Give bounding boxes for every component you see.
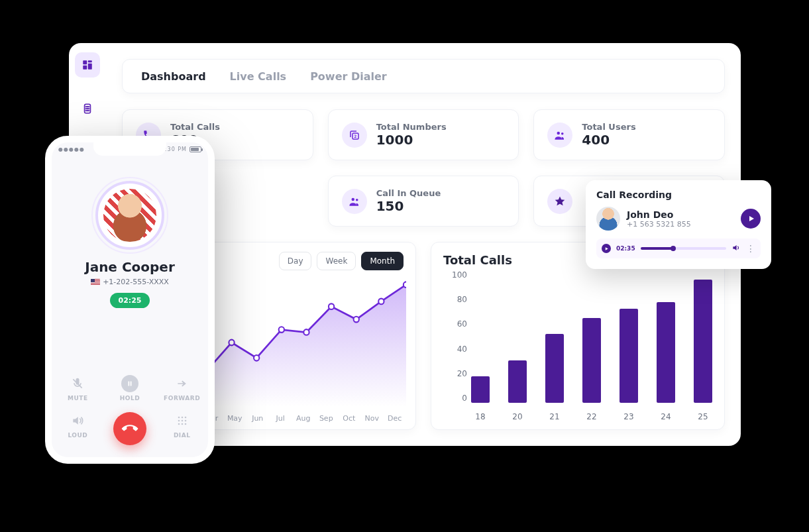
svg-point-44 [181, 423, 183, 425]
more-icon[interactable]: ⋮ [746, 246, 755, 250]
stat-call-in-queue: Call In Queue150 [328, 176, 519, 227]
stat-value: 400 [582, 132, 635, 148]
stat-value: 150 [376, 198, 441, 214]
xaxis-label: Aug [292, 414, 315, 423]
svg-point-27 [254, 355, 259, 361]
stat-label: Total Calls [170, 122, 220, 132]
svg-point-9 [87, 109, 88, 109]
svg-point-20 [351, 197, 354, 201]
hold-button[interactable]: HOLD [120, 375, 140, 401]
mute-button[interactable]: MUTE [68, 375, 88, 401]
caller-avatar-ring [95, 181, 164, 250]
yaxis-label: 40 [441, 345, 467, 354]
svg-point-42 [184, 420, 186, 422]
caller-info: Jane Cooper +1-202-555-XXXX 02:25 [52, 259, 208, 308]
tab-live-calls[interactable]: Live Calls [230, 70, 287, 83]
svg-point-26 [229, 340, 234, 346]
flag-us-icon [91, 279, 100, 286]
range-month[interactable]: Month [361, 252, 404, 270]
xaxis-label: 25 [694, 412, 712, 421]
xaxis-label: 21 [545, 412, 564, 421]
tab-power-dialer[interactable]: Power Dialer [310, 70, 387, 83]
bar [508, 360, 527, 403]
xaxis-label: Jul [269, 414, 292, 423]
svg-point-30 [329, 303, 334, 309]
bar [471, 376, 490, 403]
forward-button[interactable]: FORWARD [164, 375, 200, 401]
stat-label: Total Users [582, 122, 635, 132]
svg-point-29 [303, 329, 309, 335]
caller-avatar [103, 189, 156, 242]
bar [545, 334, 564, 403]
svg-point-5 [85, 107, 86, 107]
recording-number: +1 563 5321 855 [627, 220, 691, 229]
svg-point-33 [404, 282, 406, 288]
stat-value: 1000 [376, 132, 447, 148]
recording-title: Call Recording [596, 189, 761, 200]
svg-point-40 [178, 420, 180, 422]
range-day[interactable]: Day [279, 252, 312, 270]
bar-chart [471, 270, 712, 403]
keypad-icon [174, 412, 191, 429]
svg-point-10 [89, 109, 89, 109]
avatar [596, 207, 620, 231]
xaxis-label: Dec [384, 414, 407, 423]
stat-total-numbers: 2 Total Numbers1000 [328, 109, 519, 160]
svg-point-18 [557, 131, 561, 134]
mute-icon [69, 375, 86, 392]
xaxis-label: 24 [657, 412, 675, 421]
copy-icon: 2 [342, 123, 367, 148]
sidebar-item-dialpad[interactable] [75, 96, 100, 121]
yaxis-label: 100 [441, 270, 467, 280]
play-button[interactable] [741, 209, 761, 229]
range-week[interactable]: Week [317, 252, 356, 270]
svg-rect-2 [88, 64, 92, 70]
phone-mock: ●●●●● 1:30 PM Jane Cooper +1-202-555-XXX… [45, 136, 215, 464]
tab-dashboard[interactable]: Dashboard [141, 70, 206, 83]
player-track[interactable] [641, 247, 726, 250]
svg-point-12 [87, 111, 88, 111]
svg-rect-1 [88, 60, 92, 62]
xaxis-label: Oct [338, 414, 361, 423]
hangup-button[interactable] [113, 412, 146, 445]
xaxis-label: 20 [508, 412, 527, 421]
tab-bar: Dashboard Live Calls Power Dialer [122, 59, 725, 93]
call-recording-card: Call Recording John Deo +1 563 5321 855 … [586, 180, 771, 269]
svg-point-37 [178, 417, 180, 419]
xaxis-label: 18 [471, 412, 490, 421]
loud-button[interactable]: LOUD [68, 412, 87, 445]
grid-icon [81, 59, 93, 71]
call-duration-badge: 02:25 [110, 293, 149, 308]
svg-rect-0 [83, 60, 87, 64]
yaxis-label: 20 [441, 369, 467, 378]
bar [620, 309, 638, 403]
phone-icon [119, 417, 141, 440]
svg-point-21 [356, 198, 358, 201]
dial-button[interactable]: DIAL [174, 412, 191, 445]
svg-point-31 [354, 317, 359, 323]
xaxis-label: 22 [582, 412, 601, 421]
dialpad-icon [81, 103, 93, 115]
speaker-icon [69, 412, 86, 429]
sidebar-item-dashboard[interactable] [75, 52, 100, 78]
stat-label: Call In Queue [376, 188, 441, 198]
bar [694, 280, 712, 403]
star-icon [547, 189, 572, 214]
forward-icon [174, 375, 191, 392]
play-icon [747, 215, 755, 223]
yaxis-label: 60 [441, 319, 467, 329]
yaxis-label: 80 [441, 295, 467, 304]
svg-rect-35 [128, 382, 129, 386]
svg-point-11 [85, 111, 86, 111]
bar [657, 302, 675, 403]
svg-point-7 [89, 107, 89, 107]
player-play-button[interactable] [602, 244, 611, 253]
signal-dots: ●●●●● [58, 146, 85, 152]
svg-point-13 [89, 111, 89, 111]
play-icon [604, 246, 609, 251]
volume-icon[interactable] [731, 242, 741, 255]
svg-rect-3 [83, 66, 87, 70]
svg-point-19 [561, 132, 564, 134]
bar-yaxis: 100806040200 [441, 270, 467, 403]
users-icon [547, 123, 572, 148]
